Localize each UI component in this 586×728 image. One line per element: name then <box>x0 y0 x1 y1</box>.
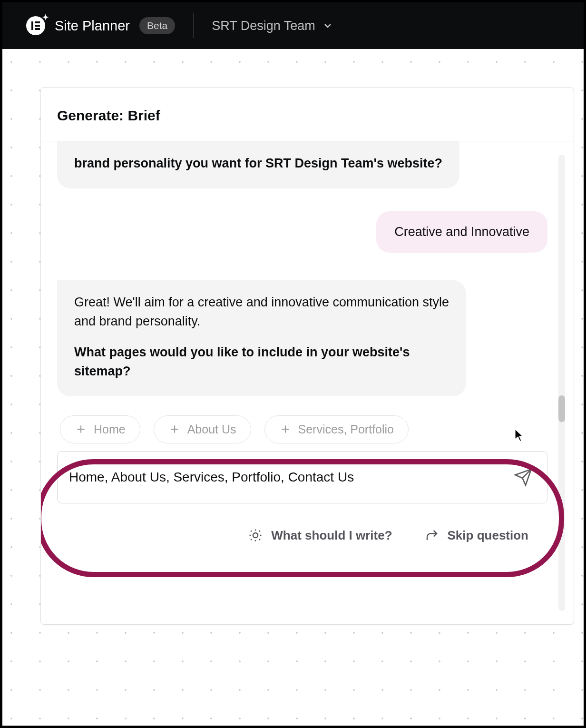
svg-rect-2 <box>35 25 40 27</box>
workspace: Generate: Brief brand personality you wa… <box>2 49 584 726</box>
brief-panel: Generate: Brief brand personality you wa… <box>40 87 574 625</box>
app-logo: ✦ <box>26 16 45 35</box>
elementor-icon <box>31 21 40 30</box>
chip-label: Services, Portfolio <box>298 423 394 436</box>
user-text: Creative and Innovative <box>394 225 529 239</box>
chevron-down-icon <box>322 20 333 31</box>
plus-icon <box>75 423 87 435</box>
plus-icon <box>168 423 181 435</box>
chat-input-row <box>57 451 547 503</box>
app-title: Site Planner <box>55 18 130 34</box>
team-selector[interactable]: SRT Design Team <box>212 19 333 33</box>
svg-line-18 <box>259 539 260 540</box>
svg-rect-1 <box>35 21 40 23</box>
suggestion-chips: Home About Us Services, Portfolio <box>57 415 547 443</box>
svg-line-16 <box>259 531 260 531</box>
app-header: ✦ Site Planner Beta SRT Design Team <box>2 2 584 49</box>
team-name: SRT Design Team <box>212 19 315 33</box>
suggestion-chip-home[interactable]: Home <box>60 415 140 443</box>
bot-question-fragment: brand personality you want for SRT Desig… <box>74 156 442 170</box>
panel-title: Generate: Brief <box>41 88 574 141</box>
skip-button[interactable]: Skip question <box>425 528 528 543</box>
chat-scroll: brand personality you want for SRT Desig… <box>57 141 547 624</box>
bot-message: brand personality you want for SRT Desig… <box>57 141 459 188</box>
app-frame: ✦ Site Planner Beta SRT Design Team Gene… <box>2 2 584 726</box>
send-button[interactable] <box>514 468 533 487</box>
header-divider <box>193 13 194 38</box>
chip-label: About Us <box>187 423 236 436</box>
skip-label: Skip question <box>448 528 528 543</box>
bot-message: Great! We'll aim for a creative and inno… <box>57 280 466 396</box>
chip-label: Home <box>94 423 126 436</box>
hint-label: What should I write? <box>271 528 392 543</box>
svg-rect-3 <box>35 28 40 30</box>
bot-question: What pages would you like to include in … <box>74 345 410 379</box>
suggestion-chip-services[interactable]: Services, Portfolio <box>264 415 409 443</box>
svg-line-17 <box>251 539 252 540</box>
user-message: Creative and Innovative <box>376 211 547 253</box>
plus-icon <box>279 423 292 435</box>
beta-badge: Beta <box>139 17 175 34</box>
scrollbar-thumb[interactable] <box>558 395 565 422</box>
chat-area: brand personality you want for SRT Desig… <box>41 141 574 624</box>
skip-icon <box>425 528 439 542</box>
lightbulb-icon <box>248 528 263 542</box>
chat-input[interactable] <box>69 470 514 485</box>
sparkle-icon: ✦ <box>42 13 49 22</box>
helper-row: What should I write? Skip question <box>57 507 547 543</box>
svg-point-10 <box>253 533 258 538</box>
suggestion-chip-about[interactable]: About Us <box>154 415 251 443</box>
scrollbar[interactable] <box>558 155 565 611</box>
bot-text: Great! We'll aim for a creative and inno… <box>74 293 449 331</box>
hint-button[interactable]: What should I write? <box>248 528 392 543</box>
svg-rect-0 <box>31 21 33 30</box>
svg-line-15 <box>251 531 252 531</box>
